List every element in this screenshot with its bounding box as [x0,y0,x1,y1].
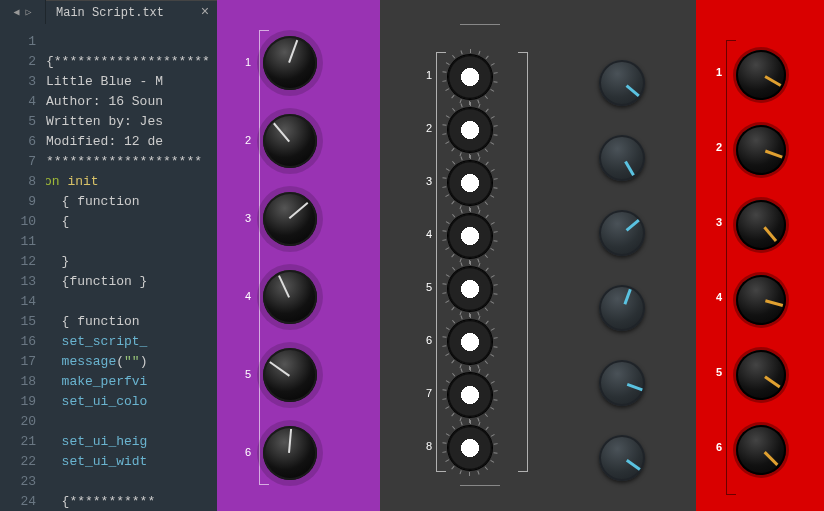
knob[interactable] [736,275,786,325]
knob[interactable] [448,161,492,205]
code-line[interactable]: set_script_ [46,332,210,352]
knob[interactable] [263,348,317,402]
knob[interactable] [448,108,492,152]
code-area[interactable]: 123456789101112131415161718192021222324 … [0,24,217,511]
code-line[interactable]: { function [46,192,210,212]
line-gutter: 123456789101112131415161718192021222324 [0,32,46,511]
knob-row: 1 [448,55,492,99]
code-line[interactable]: set_ui_widt [46,452,210,472]
bracket-left-icon [726,40,736,495]
knob-row: 5 [263,348,317,402]
knob[interactable] [263,192,317,246]
code-line[interactable]: Author: 16 Soun [46,92,210,112]
code-line[interactable] [46,292,210,312]
line-number: 18 [0,372,36,392]
knob[interactable] [599,435,645,481]
knob[interactable] [599,360,645,406]
code-line[interactable]: set_ui_heig [46,432,210,452]
knob[interactable] [599,60,645,106]
code-line[interactable] [46,32,210,52]
knob[interactable] [736,350,786,400]
nav-forward-icon[interactable]: ▷ [26,6,32,18]
line-number: 4 [0,92,36,112]
knob-panel-purple: 123456 [217,0,380,511]
knob[interactable] [448,267,492,311]
knob[interactable] [263,114,317,168]
line-number: 23 [0,472,36,492]
tab-title: Main Script.txt [56,6,164,20]
code-line[interactable]: {******************** [46,52,210,72]
code-line[interactable]: Written by: Jes [46,112,210,132]
knob[interactable] [736,125,786,175]
knob[interactable] [599,210,645,256]
code-line[interactable] [46,412,210,432]
knob[interactable] [736,50,786,100]
code-line[interactable]: { function [46,312,210,332]
knob-label: 5 [418,281,432,293]
line-number: 1 [0,32,36,52]
code-line[interactable]: ******************** [46,152,210,172]
close-icon[interactable]: × [197,4,213,20]
code-lines[interactable]: {********************Little Blue - MAuth… [46,32,210,511]
code-line[interactable] [46,472,210,492]
knob-label: 4 [708,291,722,303]
knob-pointer-icon [624,161,635,176]
knob[interactable] [263,426,317,480]
knob[interactable] [448,320,492,364]
code-line[interactable]: set_ui_colo [46,392,210,412]
knob-label: 4 [418,228,432,240]
knob[interactable] [263,36,317,90]
knob-pointer-icon [269,361,290,376]
line-number: 14 [0,292,36,312]
knob[interactable] [448,373,492,417]
bracket-left-icon [259,30,269,485]
knob-pointer-icon [289,202,309,219]
knob-label: 6 [708,441,722,453]
code-line[interactable]: ▾on init [46,172,210,192]
knob[interactable] [448,55,492,99]
code-line[interactable]: {*********** [46,492,210,511]
knob-row: 2 [448,108,492,152]
knob[interactable] [599,135,645,181]
line-number: 15 [0,312,36,332]
code-line[interactable]: } [46,252,210,272]
line-number: 10 [0,212,36,232]
knob-row: 4 [448,214,492,258]
nav-back-icon[interactable]: ◀ [13,6,19,18]
knob-pointer-icon [626,219,640,232]
knob-label: 6 [418,334,432,346]
knob-label: 1 [418,69,432,81]
knob-row [599,360,645,406]
knob[interactable] [599,285,645,331]
code-line[interactable]: { [46,212,210,232]
nav-arrows[interactable]: ◀ ▷ [0,0,46,24]
line-number: 13 [0,272,36,292]
code-line[interactable]: {function } [46,272,210,292]
line-number: 9 [0,192,36,212]
knob-row: 6 [263,426,317,480]
line-number: 17 [0,352,36,372]
knob-row: 3 [736,200,786,250]
code-line[interactable]: Modified: 12 de [46,132,210,152]
code-line[interactable]: message("") [46,352,210,372]
knob-label: 3 [708,216,722,228]
knob[interactable] [263,270,317,324]
knob[interactable] [448,426,492,470]
knob-pointer-icon [765,299,783,307]
knob-label: 3 [237,212,251,224]
code-line[interactable] [46,232,210,252]
knob[interactable] [736,425,786,475]
line-number: 3 [0,72,36,92]
knob[interactable] [448,214,492,258]
knob-row: 5 [736,350,786,400]
code-line[interactable]: make_perfvi [46,372,210,392]
line-number: 24 [0,492,36,511]
code-line[interactable]: Little Blue - M [46,72,210,92]
editor-tab[interactable]: Main Script.txt × [46,0,217,24]
knob[interactable] [736,200,786,250]
knob-label: 1 [237,56,251,68]
knob-row [599,60,645,106]
knob-pointer-icon [288,40,298,63]
knob-row: 2 [263,114,317,168]
knob-pointer-icon [627,383,643,391]
